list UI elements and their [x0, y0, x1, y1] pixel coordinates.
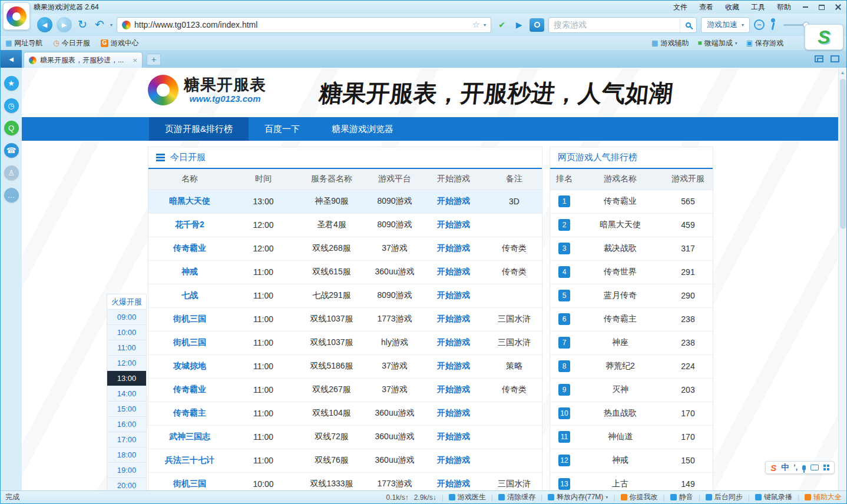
ranked-game-name[interactable]: 热血战歌: [578, 402, 662, 425]
game-link[interactable]: 七战: [148, 284, 231, 307]
game-link[interactable]: 花千骨2: [148, 213, 231, 237]
play-link[interactable]: 开始游戏: [422, 331, 485, 354]
play-link[interactable]: 开始游戏: [422, 354, 485, 378]
game-link[interactable]: 传奇霸业: [148, 378, 231, 402]
bookmark-item[interactable]: ■微端加成▾: [697, 38, 737, 48]
game-link[interactable]: 攻城掠地: [148, 354, 231, 378]
ranked-game-name[interactable]: 暗黑大天使: [578, 213, 662, 237]
feedback-chat-icon[interactable]: …: [4, 188, 19, 203]
bookmark-item[interactable]: ◷今日开服: [53, 38, 90, 48]
game-link[interactable]: 传奇霸主: [148, 402, 231, 425]
collapse-sidebar-button[interactable]: ◀: [1, 50, 22, 68]
accelerate-dropdown-icon[interactable]: ▾: [742, 22, 744, 28]
menubar-item[interactable]: 文件: [673, 2, 687, 12]
time-cell[interactable]: 11:00: [107, 340, 146, 356]
play-link[interactable]: 开始游戏: [422, 307, 485, 331]
play-link[interactable]: 开始游戏: [422, 425, 485, 449]
search-input[interactable]: [549, 20, 680, 29]
ranked-game-name[interactable]: 灭神: [578, 378, 662, 402]
search-icon[interactable]: [680, 18, 696, 32]
minimize-button[interactable]: [799, 2, 811, 12]
fullscreen-icon[interactable]: [831, 55, 839, 62]
app-logo-icon[interactable]: [3, 2, 30, 30]
favorites-star-icon[interactable]: ★: [4, 76, 19, 91]
game-link[interactable]: 兵法三十七计: [148, 449, 231, 472]
page-scrollbar[interactable]: ▲: [838, 68, 846, 490]
nav-item[interactable]: 页游开服&排行榜: [149, 117, 249, 141]
play-link[interactable]: 开始游戏: [422, 449, 485, 472]
user-icon[interactable]: ♙: [4, 165, 19, 180]
ime-language-toggle[interactable]: 中: [781, 462, 789, 473]
restore-window-icon[interactable]: [815, 55, 823, 62]
accessibility-person-icon[interactable]: [769, 18, 777, 32]
game-accelerate-button[interactable]: 游戏加速 ▾: [701, 17, 750, 33]
time-cell[interactable]: 14:00: [107, 386, 146, 402]
undo-button[interactable]: ↶: [93, 17, 106, 32]
status-item[interactable]: 游戏医生: [449, 492, 486, 502]
search-box[interactable]: [548, 17, 697, 33]
game-link[interactable]: 街机三国: [148, 307, 231, 331]
microphone-icon[interactable]: [802, 465, 806, 470]
time-cell[interactable]: 16:00: [107, 417, 146, 432]
ranked-game-name[interactable]: 上古: [578, 472, 662, 490]
url-text[interactable]: http://www.tg0123.com/index.html: [134, 20, 469, 29]
address-dropdown-icon[interactable]: ▾: [484, 22, 486, 28]
close-button[interactable]: [832, 2, 844, 12]
play-link[interactable]: 开始游戏: [422, 213, 485, 237]
time-cell[interactable]: 10:00: [107, 325, 146, 340]
history-clock-icon[interactable]: ◷: [4, 98, 19, 113]
nav-item[interactable]: 糖果游戏浏览器: [316, 117, 409, 141]
go-button[interactable]: ▶: [512, 17, 525, 32]
bookmark-item[interactable]: ▣保存游戏: [746, 38, 783, 48]
play-link[interactable]: 开始游戏: [422, 402, 485, 425]
play-link[interactable]: 开始游戏: [422, 260, 485, 284]
ranked-game-name[interactable]: 神仙道: [578, 425, 662, 449]
play-link[interactable]: 开始游戏: [422, 284, 485, 307]
ranked-game-name[interactable]: 传奇霸主: [578, 307, 662, 331]
undo-dropdown-icon[interactable]: ▾: [110, 22, 113, 28]
play-link[interactable]: 开始游戏: [422, 472, 485, 490]
forward-button[interactable]: ▶: [57, 17, 72, 32]
tab-active[interactable]: 糖果开服表，开服秒进，... ×: [24, 52, 143, 68]
bookmark-item[interactable]: G游戏中心: [101, 38, 139, 48]
play-link[interactable]: 开始游戏: [422, 237, 485, 260]
menubar-item[interactable]: 收藏: [725, 2, 739, 12]
ranked-game-name[interactable]: 神戒: [578, 449, 662, 472]
time-cell[interactable]: 18:00: [107, 447, 146, 463]
site-logo[interactable]: 糖果开服表 www.tg0123.com: [148, 75, 266, 105]
keyboard-icon[interactable]: [810, 465, 819, 470]
bookmark-item[interactable]: ▦网址导航: [5, 38, 42, 48]
tab-close-icon[interactable]: ×: [133, 56, 137, 65]
bookmark-item[interactable]: ▦游戏辅助: [651, 38, 689, 48]
ranked-game-name[interactable]: 神座: [578, 331, 662, 354]
time-cell[interactable]: 19:00: [107, 463, 146, 478]
qq-icon[interactable]: Q: [4, 121, 19, 135]
ranked-game-name[interactable]: 裁决战歌: [578, 237, 662, 260]
dropdown-icon[interactable]: ▾: [735, 41, 737, 46]
play-link[interactable]: 开始游戏: [422, 190, 485, 213]
status-item[interactable]: 辅助大全: [805, 492, 842, 502]
menubar-item[interactable]: 工具: [751, 2, 765, 12]
ranked-game-name[interactable]: 莽荒纪2: [578, 354, 662, 378]
game-link[interactable]: 街机三国: [148, 472, 231, 490]
ime-punctuation-toggle[interactable]: ’,: [793, 463, 798, 472]
refresh-button[interactable]: ↻: [76, 17, 89, 32]
game-link[interactable]: 传奇霸业: [148, 237, 231, 260]
ime-logo-icon[interactable]: S: [770, 463, 776, 473]
status-item[interactable]: 键鼠录播: [755, 492, 792, 502]
scrollbar-thumb[interactable]: [840, 79, 846, 229]
ranked-game-name[interactable]: 传奇世界: [578, 260, 662, 284]
status-item[interactable]: 静音: [670, 492, 693, 502]
time-cell[interactable]: 17:00: [107, 432, 146, 447]
game-link[interactable]: 神戒: [148, 260, 231, 284]
time-cell[interactable]: 15:00: [107, 402, 146, 417]
time-cell[interactable]: 12:00: [107, 356, 146, 371]
ime-toolbar[interactable]: S 中 ’,: [765, 461, 835, 474]
status-item[interactable]: 后台同步: [706, 492, 743, 502]
new-tab-button[interactable]: +: [147, 54, 161, 65]
time-cell[interactable]: 09:00: [107, 310, 146, 325]
scroll-up-icon[interactable]: ▲: [841, 68, 845, 75]
status-item[interactable]: 释放内存(77M)▾: [548, 492, 608, 502]
maximize-button[interactable]: [816, 2, 828, 12]
screenshot-icon[interactable]: [530, 18, 544, 32]
